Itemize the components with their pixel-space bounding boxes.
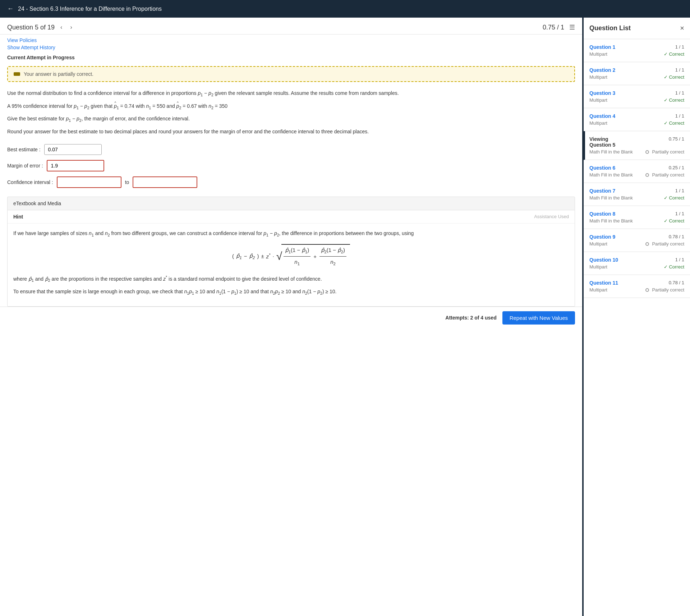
hint-body: If we have large samples of sizes n1 and… <box>8 224 575 306</box>
sidebar-item-name-q10: Question 10 <box>589 257 618 263</box>
question-line3: Give the best estimate for p1 − p2, the … <box>7 115 575 124</box>
sidebar-item-score-q4: 1 / 1 <box>675 113 684 119</box>
top-bar: ← 24 - Section 6.3 Inference for a Diffe… <box>0 0 690 18</box>
sidebar-item-type-q8: Math Fill in the Blank <box>589 218 633 224</box>
sidebar-item-q2[interactable]: Question 2 1 / 1 Multipart ✓ Correct <box>584 62 690 85</box>
hint-text1: If we have large samples of sizes n1 and… <box>13 229 569 239</box>
sidebar-item-score-q5: 0.75 / 1 <box>669 136 684 142</box>
sidebar-header: Question List × <box>584 18 690 39</box>
sidebar-item-status-q4: ✓ Correct <box>664 120 684 126</box>
hint-text2: where p̂1 and p̂2 are the proportions in… <box>13 274 569 284</box>
sidebar-item-q3[interactable]: Question 3 1 / 1 Multipart ✓ Correct <box>584 85 690 108</box>
sidebar-item-score-q6: 0.25 / 1 <box>669 165 684 170</box>
confidence-from-input[interactable] <box>57 176 121 188</box>
sidebar-item-type-q9: Multipart <box>589 241 607 247</box>
bottom-bar: Attempts: 2 of 4 used Repeat with New Va… <box>0 307 582 329</box>
sidebar-item-status-q3: ✓ Correct <box>664 97 684 103</box>
etextbook-bar[interactable]: eTextbook and Media <box>7 197 575 210</box>
question-label: Question 5 of 19 <box>7 24 55 31</box>
sidebar-item-name-q6: Question 6 <box>589 165 615 171</box>
margin-error-input[interactable] <box>47 160 104 171</box>
hint-section: Hint Assistance Used If we have large sa… <box>7 210 575 307</box>
confidence-interval-row: Confidence interval : to <box>0 176 582 188</box>
hint-header: Hint Assistance Used <box>8 210 575 224</box>
best-estimate-label: Best estimate : <box>7 147 41 152</box>
hint-label: Hint <box>13 214 23 220</box>
sidebar-item-type-q2: Multipart <box>589 74 607 80</box>
sidebar-item-type-q4: Multipart <box>589 120 607 126</box>
repeat-button[interactable]: Repeat with New Values <box>502 311 575 325</box>
sidebar-title: Question List <box>589 24 631 32</box>
sidebar-item-score-q2: 1 / 1 <box>675 67 684 73</box>
main-layout: Question 5 of 19 ‹ › 0.75 / 1 ☰ View Pol… <box>0 18 690 616</box>
question-line2: A 95% confidence interval for p1 − p2 gi… <box>7 102 575 111</box>
sidebar-item-score-q7: 1 / 1 <box>675 188 684 193</box>
sidebar-item-type-q1: Multipart <box>589 51 607 57</box>
view-policies-link[interactable]: View Policies <box>7 37 575 43</box>
sidebar-item-status-q8: ✓ Correct <box>664 218 684 224</box>
to-text: to <box>125 179 129 185</box>
assistance-label: Assistance Used <box>534 214 569 219</box>
sidebar-item-q4[interactable]: Question 4 1 / 1 Multipart ✓ Correct <box>584 108 690 131</box>
formula: ( p̂1 − p̂2 ) ± z* · √ p̂1(1 − p̂1) <box>13 244 569 268</box>
sidebar-item-name-q5: ViewingQuestion 5 <box>589 136 615 148</box>
current-attempt-label: Current Attempt in Progress <box>0 53 582 63</box>
question-nav: Question 5 of 19 ‹ › <box>7 23 74 31</box>
sidebar-item-name-q1: Question 1 <box>589 44 615 50</box>
sidebar-item-q1[interactable]: Question 1 1 / 1 Multipart ✓ Correct <box>584 39 690 62</box>
question-line1: Use the normal distribution to find a co… <box>7 89 575 98</box>
sidebar-item-type-q6: Math Fill in the Blank <box>589 172 633 178</box>
sidebar-item-q6[interactable]: Question 6 0.25 / 1 Math Fill in the Bla… <box>584 160 690 183</box>
margin-label: Margin of error : <box>7 163 43 169</box>
question-list-icon[interactable]: ☰ <box>569 23 575 31</box>
sidebar-item-name-q8: Question 8 <box>589 211 615 217</box>
question-body: Use the normal distribution to find a co… <box>0 85 582 144</box>
sidebar-item-status-q5: Partially correct <box>645 149 684 155</box>
sidebar-item-status-q2: ✓ Correct <box>664 74 684 80</box>
sidebar-item-q11[interactable]: Question 11 0.78 / 1 Multipart Partially… <box>584 275 690 298</box>
sidebar-item-score-q9: 0.78 / 1 <box>669 234 684 239</box>
sidebar-items: Question 1 1 / 1 Multipart ✓ Correct Que… <box>584 39 690 298</box>
sidebar-item-type-q10: Multipart <box>589 264 607 270</box>
sidebar-item-type-q7: Math Fill in the Blank <box>589 195 633 201</box>
sidebar-item-name-q4: Question 4 <box>589 113 615 119</box>
question-line4: Round your answer for the best estimate … <box>7 128 575 136</box>
back-button[interactable]: ← <box>7 5 14 13</box>
sidebar-item-status-q9: Partially correct <box>645 241 684 247</box>
sidebar-item-name-q3: Question 3 <box>589 90 615 96</box>
sidebar-item-q5[interactable]: ViewingQuestion 5 0.75 / 1 Math Fill in … <box>584 131 690 160</box>
content-area: Question 5 of 19 ‹ › 0.75 / 1 ☰ View Pol… <box>0 18 582 616</box>
course-title: 24 - Section 6.3 Inference for a Differe… <box>18 6 162 12</box>
hint-text3: To ensure that the sample size is large … <box>13 288 569 297</box>
question-header: Question 5 of 19 ‹ › 0.75 / 1 ☰ <box>0 18 582 35</box>
question-score: 0.75 / 1 <box>543 24 564 31</box>
sidebar-item-type-q11: Multipart <box>589 287 607 293</box>
sidebar-item-q10[interactable]: Question 10 1 / 1 Multipart ✓ Correct <box>584 252 690 275</box>
sidebar-item-q7[interactable]: Question 7 1 / 1 Math Fill in the Blank … <box>584 183 690 206</box>
attempts-text: Attempts: 2 of 4 used <box>445 315 496 321</box>
confidence-to-input[interactable] <box>133 176 197 188</box>
sidebar-item-score-q11: 0.78 / 1 <box>669 280 684 285</box>
links-area: View Policies Show Attempt History <box>0 35 582 53</box>
confidence-label: Confidence interval : <box>7 179 53 185</box>
show-attempt-history-link[interactable]: Show Attempt History <box>7 45 575 50</box>
partial-correct-banner: Your answer is partially correct. <box>7 66 575 82</box>
sidebar-item-score-q8: 1 / 1 <box>675 211 684 216</box>
question-list-sidebar: Question List × Question 1 1 / 1 Multipa… <box>582 18 690 616</box>
sidebar-item-score-q10: 1 / 1 <box>675 257 684 262</box>
partial-text: Your answer is partially correct. <box>24 71 93 77</box>
best-estimate-input[interactable] <box>44 144 102 155</box>
sidebar-item-q8[interactable]: Question 8 1 / 1 Math Fill in the Blank … <box>584 206 690 229</box>
sidebar-item-status-q6: Partially correct <box>645 172 684 178</box>
partial-icon <box>14 72 20 76</box>
sidebar-item-type-q3: Multipart <box>589 97 607 103</box>
sidebar-item-status-q1: ✓ Correct <box>664 51 684 57</box>
sidebar-item-score-q1: 1 / 1 <box>675 44 684 50</box>
sidebar-item-status-q7: ✓ Correct <box>664 195 684 201</box>
close-sidebar-button[interactable]: × <box>680 24 684 32</box>
sidebar-item-name-q11: Question 11 <box>589 280 618 286</box>
next-question-button[interactable]: › <box>68 23 74 31</box>
prev-question-button[interactable]: ‹ <box>58 23 64 31</box>
sidebar-item-q9[interactable]: Question 9 0.78 / 1 Multipart Partially … <box>584 229 690 252</box>
sidebar-item-type-q5: Math Fill in the Blank <box>589 149 633 155</box>
